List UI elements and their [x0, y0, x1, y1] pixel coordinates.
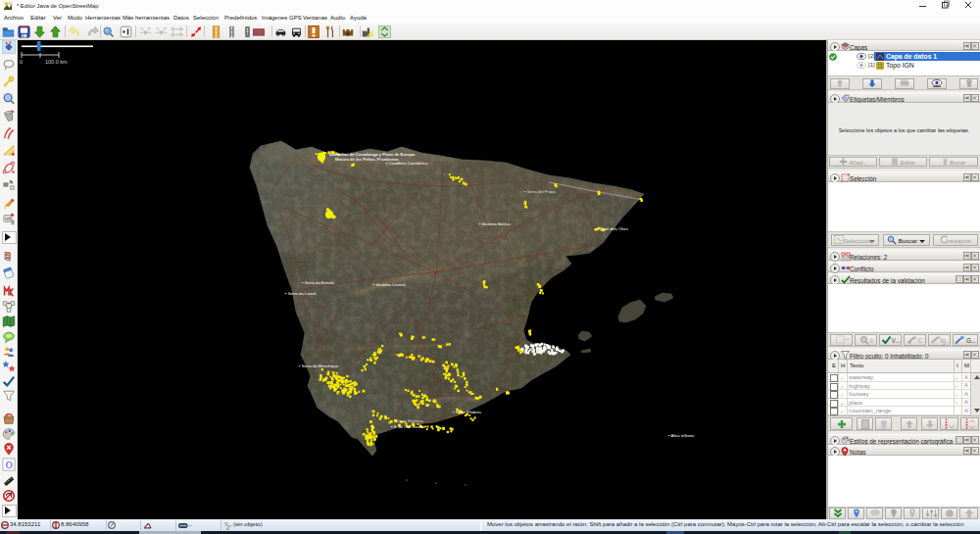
- svg-text:▪ Serra del Fraga: ▪ Serra del Fraga: [524, 189, 556, 194]
- svg-text:▪ Cordillera Cantábrica: ▪ Cordillera Cantábrica: [386, 161, 428, 166]
- svg-text:100.0 km: 100.0 km: [45, 59, 68, 65]
- svg-text:C: C: [917, 337, 922, 344]
- svg-text:O: O: [6, 460, 13, 470]
- svg-text:▪ Serra do Monchique: ▪ Serra do Monchique: [299, 364, 339, 368]
- svg-text:▪ Serra da Estrela: ▪ Serra da Estrela: [302, 280, 335, 285]
- svg-text:Sierra Bermeja: Sierra Bermeja: [396, 418, 424, 423]
- svg-text:▪ Sistema Central: ▪ Sistema Central: [373, 282, 406, 287]
- svg-text:0: 0: [20, 59, 23, 65]
- svg-text:Ig...: Ig...: [940, 337, 950, 345]
- svg-text:--: --: [189, 523, 193, 528]
- svg-text:V...: V...: [891, 337, 900, 344]
- svg-text:▪ S. de Las Nieves: ▪ S. de Las Nieves: [391, 424, 424, 429]
- svg-text:0: 0: [869, 338, 873, 344]
- svg-text:▪ Puel dels Olors: ▪ Puel dels Olors: [598, 226, 628, 231]
- svg-text:▪ Atlas telliano: ▪ Atlas telliano: [668, 433, 695, 438]
- svg-text:G...: G...: [966, 337, 977, 344]
- svg-text:▪ Sistema Ibérico: ▪ Sistema Ibérico: [479, 221, 511, 226]
- svg-text:▪ Serra da Lousã: ▪ Serra da Lousã: [285, 291, 317, 296]
- svg-text:▪ S. los Filabres: ▪ S. los Filabres: [453, 410, 481, 414]
